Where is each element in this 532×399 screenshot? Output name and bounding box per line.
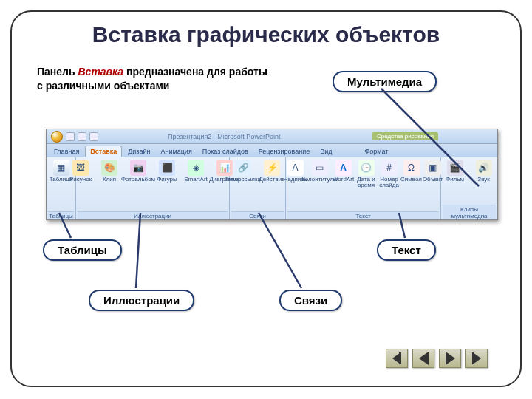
tab-slideshow[interactable]: Показ слайдов [198, 146, 253, 157]
btn-object[interactable]: ▣Объект [423, 160, 443, 183]
tab-insert[interactable]: Вставка [85, 146, 122, 157]
group-illustrations: 🖼Рисунок 🎨Клип 📷Фотоальбом ⬛Фигуры ◈Smar… [76, 157, 230, 220]
btn-datetime[interactable]: 🕒Дата и время [356, 160, 377, 189]
tab-animation[interactable]: Анимация [157, 146, 197, 157]
qat-redo-icon[interactable] [89, 132, 98, 141]
nav-buttons [386, 349, 488, 368]
btn-picture[interactable]: 🖼Рисунок [67, 160, 94, 183]
btn-wordart[interactable]: AWordArt [333, 160, 354, 183]
btn-action[interactable]: ⚡Действие [259, 160, 285, 183]
slide-title: Вставка графических объектов [12, 22, 520, 47]
tab-home[interactable]: Главная [50, 146, 83, 157]
callout-text: Текст [377, 239, 436, 261]
btn-photoalbum[interactable]: 📷Фотоальбом [125, 160, 151, 183]
btn-hyperlink[interactable]: 🔗Гиперссылка [230, 160, 256, 183]
contextual-tab-title: Средства рисования [372, 132, 438, 140]
btn-shapes[interactable]: ⬛Фигуры [154, 160, 180, 183]
ribbon-tabs: Главная Вставка Дизайн Анимация Показ сл… [47, 144, 497, 157]
tab-review[interactable]: Рецензирование [254, 146, 315, 157]
nav-next[interactable] [439, 349, 461, 368]
btn-smartart[interactable]: ◈SmartArt [183, 160, 209, 183]
callout-multimedia: Мультимедиа [332, 71, 437, 92]
group-name-illustrations: Иллюстрации [78, 211, 228, 220]
slide-subtitle: Панель Вставка предназначена для работы … [37, 65, 273, 93]
nav-first[interactable] [386, 349, 408, 368]
title-bar: Презентация2 - Microsoft PowerPoint Сред… [47, 129, 497, 144]
document-title: Презентация2 - Microsoft PowerPoint [168, 133, 280, 140]
group-name-media: Клипы мультимедиа [443, 205, 496, 220]
office-button-icon[interactable] [51, 131, 63, 143]
group-name-links: Связи [231, 211, 284, 220]
nav-prev[interactable] [412, 349, 434, 368]
qat-undo-icon[interactable] [78, 132, 86, 141]
group-text: AНадпись ▭Колонтитулы AWordArt 🕒Дата и в… [286, 157, 441, 220]
btn-clipart[interactable]: 🎨Клип [96, 160, 123, 183]
ribbon-screenshot: Презентация2 - Microsoft PowerPoint Сред… [46, 129, 498, 220]
group-media: 🎬Фильм 🔊Звук Клипы мультимедиа [441, 157, 497, 220]
tab-design[interactable]: Дизайн [123, 146, 154, 157]
subtitle-highlight: Вставка [78, 66, 123, 78]
callout-tables: Таблицы [43, 239, 122, 261]
nav-last[interactable] [466, 349, 488, 368]
btn-movie[interactable]: 🎬Фильм [442, 160, 468, 183]
group-name-tables: Таблицы [48, 211, 74, 220]
ribbon-groups: ▦ Таблица Таблицы 🖼Рисунок 🎨Клип 📷Фотоал… [47, 157, 497, 220]
btn-headerfooter[interactable]: ▭Колонтитулы [309, 160, 331, 183]
btn-sound[interactable]: 🔊Звук [471, 160, 497, 183]
group-links: 🔗Гиперссылка ⚡Действие Связи [230, 157, 286, 220]
callout-links: Связи [279, 290, 342, 311]
slide-frame: Вставка графических объектов Панель Вста… [10, 10, 522, 387]
btn-slidenum[interactable]: #Номер слайда [379, 160, 400, 189]
tab-view[interactable]: Вид [316, 146, 336, 157]
btn-symbol[interactable]: ΩСимвол [402, 160, 421, 183]
subtitle-pre: Панель [37, 66, 78, 78]
qat-save-icon[interactable] [66, 132, 75, 141]
tab-format[interactable]: Формат [361, 146, 393, 157]
callout-illustrations: Иллюстрации [89, 290, 194, 311]
group-name-text: Текст [287, 211, 439, 220]
